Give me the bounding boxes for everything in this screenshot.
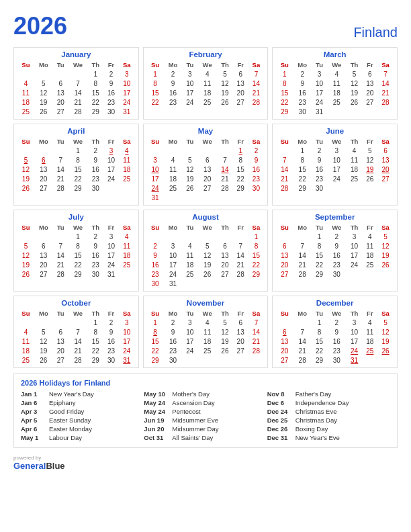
calendar-day	[327, 107, 347, 116]
calendar-day: 15	[68, 165, 88, 174]
header: 2026 Finland	[13, 12, 398, 40]
holiday-date: Nov 8	[267, 390, 291, 398]
holiday-name: Independence Day	[295, 399, 349, 406]
calendar-day: 27	[53, 107, 68, 116]
calendar-day	[248, 279, 265, 288]
calendar-day: 14	[248, 79, 265, 88]
calendar-day: 30	[312, 183, 327, 193]
calendar-day: 21	[233, 260, 248, 269]
calendar-day: 3	[147, 155, 164, 165]
calendar-day: 19	[197, 260, 217, 269]
calendar-day	[276, 232, 293, 241]
day-header: Sa	[119, 60, 135, 69]
calendar-day: 14	[248, 327, 265, 337]
calendar-day: 26	[217, 97, 233, 107]
calendar-day: 8	[147, 327, 164, 337]
holiday-date: Dec 31	[267, 434, 291, 441]
day-header: We	[197, 60, 217, 69]
holiday-name: New Year's Day	[49, 390, 94, 398]
calendar-day: 25	[362, 346, 377, 355]
calendar-day: 28	[53, 183, 68, 193]
calendar-day: 3	[119, 318, 135, 327]
calendar-day: 27	[276, 355, 293, 365]
day-header: Tu	[53, 60, 68, 69]
calendar-day: 8	[68, 155, 88, 165]
holiday-row: Dec 25Christmas Day	[267, 416, 390, 424]
calendar-day: 9	[163, 79, 182, 88]
calendar-day: 5	[183, 155, 198, 165]
calendar-day: 14	[53, 251, 68, 260]
holiday-row: Dec 6Independence Day	[267, 399, 390, 406]
calendar-day: 19	[34, 97, 53, 107]
holiday-name: New Year's Eve	[295, 434, 340, 441]
calendar-day: 27	[197, 183, 217, 193]
calendar-day: 15	[147, 88, 164, 97]
calendar-day: 16	[248, 165, 265, 174]
calendar-day: 13	[217, 251, 233, 260]
calendar-day: 18	[119, 165, 135, 174]
day-header: Th	[347, 223, 363, 232]
calendar-day: 16	[312, 165, 327, 174]
calendar-table: SuMoTuWeThFrSa12345678910111213141516171…	[17, 137, 135, 193]
calendar-day	[276, 318, 293, 327]
holiday-date: Oct 31	[144, 434, 168, 441]
day-header: Mo	[34, 137, 53, 146]
day-header: Th	[217, 60, 233, 69]
calendar-day: 9	[312, 155, 327, 165]
calendar-day: 23	[87, 260, 103, 269]
calendar-day: 4	[197, 69, 217, 79]
calendar-day: 23	[103, 346, 119, 355]
calendar-table: SuMoTuWeThFrSa12345678910111213141516171…	[276, 309, 394, 365]
calendar-day	[217, 355, 233, 365]
calendar-day: 12	[377, 327, 394, 337]
holiday-row: May 24Ascension Day	[144, 399, 267, 406]
calendar-day: 25	[197, 346, 217, 355]
holiday-row: Dec 31New Year's Eve	[267, 434, 390, 441]
calendar-day: 17	[347, 251, 363, 260]
holiday-name: All Saints' Day	[172, 434, 213, 441]
calendar-day: 2	[327, 232, 347, 241]
calendar-day: 30	[327, 355, 347, 365]
day-header: We	[197, 223, 217, 232]
calendar-day: 12	[217, 327, 233, 337]
day-header: We	[197, 309, 217, 318]
day-header: Su	[147, 137, 164, 146]
calendar-day: 24	[163, 269, 182, 279]
calendar-day: 1	[87, 69, 103, 79]
calendar-day: 21	[68, 97, 88, 107]
calendar-day: 22	[312, 346, 327, 355]
calendar-day: 22	[87, 346, 103, 355]
calendar-day: 7	[248, 318, 265, 327]
calendar-day	[163, 193, 182, 202]
calendar-day: 10	[147, 165, 164, 174]
calendar-day	[119, 183, 135, 193]
calendar-day	[163, 232, 182, 241]
calendar-day: 16	[87, 165, 103, 174]
calendar-day	[197, 193, 217, 202]
calendar-day: 21	[248, 88, 265, 97]
calendar-day: 19	[34, 346, 53, 355]
month-name: June	[276, 127, 394, 135]
holiday-row: May 1Labour Day	[21, 434, 144, 441]
calendar-day: 11	[347, 155, 363, 165]
day-header: Tu	[53, 309, 68, 318]
calendar-day	[233, 355, 248, 365]
holiday-date: Apr 3	[21, 408, 45, 415]
calendar-day: 5	[362, 146, 377, 155]
calendar-day: 14	[68, 88, 88, 97]
calendar-day: 10	[347, 241, 363, 251]
calendar-day: 1	[68, 232, 88, 241]
powered-by-label: powered by	[13, 455, 65, 461]
day-header: Su	[17, 309, 34, 318]
day-header: We	[68, 309, 88, 318]
calendar-table: SuMoTuWeThFrSa12345678910111213141516171…	[276, 137, 394, 193]
day-header: Tu	[183, 137, 198, 146]
calendar-day: 21	[248, 337, 265, 346]
calendar-day: 27	[233, 97, 248, 107]
calendar-day: 22	[147, 346, 164, 355]
calendar-day	[217, 146, 233, 155]
calendar-day: 12	[183, 165, 198, 174]
holiday-row: Nov 8Father's Day	[267, 390, 390, 398]
month-name: January	[17, 50, 135, 58]
holiday-col-3: Nov 8Father's DayDec 6Independence DayDe…	[267, 390, 390, 443]
